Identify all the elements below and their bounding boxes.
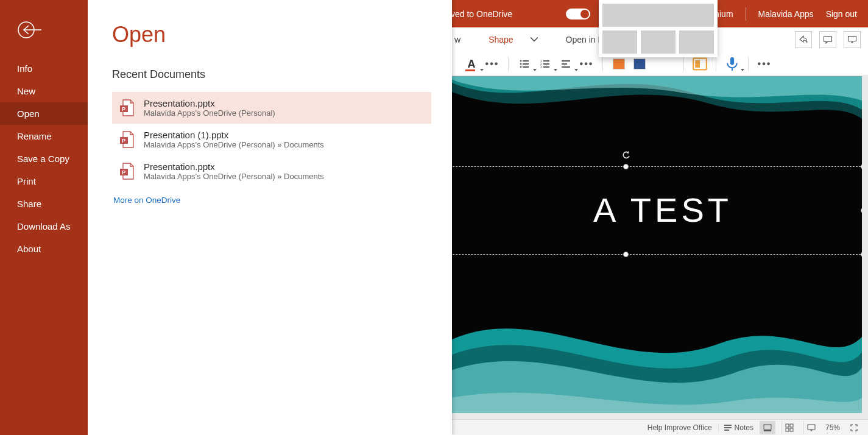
recent-documents-heading: Recent Documents — [112, 68, 452, 81]
svg-rect-23 — [764, 425, 771, 430]
resize-handle[interactable] — [623, 252, 629, 257]
share-icon — [799, 35, 808, 44]
font-color-button[interactable]: A — [463, 55, 480, 72]
more-on-onedrive-link[interactable]: More on OneDrive — [112, 196, 452, 205]
dictate-button[interactable] — [724, 55, 741, 72]
powerpoint-file-icon: P — [119, 131, 134, 148]
notes-label: Notes — [735, 423, 753, 432]
svg-rect-1 — [849, 37, 856, 41]
svg-rect-15 — [562, 63, 567, 65]
saved-to-onedrive-label: ved to OneDrive — [451, 9, 512, 19]
svg-point-2 — [520, 60, 522, 62]
separator — [746, 7, 746, 21]
numbered-list-button[interactable]: 123 — [537, 55, 554, 72]
divider — [748, 57, 749, 71]
file-menu-save-a-copy[interactable]: Save a Copy — [0, 147, 88, 170]
back-arrow-icon[interactable] — [17, 21, 44, 39]
comment-icon — [823, 35, 833, 44]
divider — [716, 57, 716, 71]
resize-handle[interactable] — [623, 164, 629, 169]
align-button[interactable] — [557, 55, 574, 72]
shape-fill-blue-button[interactable] — [631, 55, 648, 72]
simplified-ribbon-toggle[interactable] — [566, 9, 590, 19]
slide-decor-bottom — [451, 313, 862, 413]
svg-rect-27 — [786, 428, 789, 431]
zoom-level[interactable]: 75% — [825, 423, 840, 432]
svg-rect-19 — [730, 57, 734, 65]
popup-thumb-2[interactable] — [641, 30, 676, 54]
svg-rect-20 — [724, 427, 732, 428]
svg-text:3: 3 — [540, 65, 542, 69]
file-menu-open[interactable]: Open — [0, 102, 88, 125]
document-location: Malavida Apps's OneDrive (Personal) » Do… — [144, 140, 324, 149]
svg-rect-11 — [543, 63, 549, 65]
thumbnail-popup — [599, 0, 718, 57]
align-icon — [560, 58, 571, 69]
grid-icon — [785, 423, 794, 432]
slideshow-view-button[interactable] — [803, 421, 819, 434]
file-menu-items: Info New Open Rename Save a Copy Print S… — [0, 57, 88, 260]
slide[interactable]: A TEST — [451, 76, 862, 413]
ribbon-overflow-button[interactable]: ••• — [756, 55, 773, 72]
paragraph-more-button[interactable]: ••• — [578, 55, 595, 72]
tab-view-fragment[interactable]: w — [451, 31, 464, 48]
recent-documents-list: P Presentation.pptx Malavida Apps's OneD… — [112, 92, 431, 187]
ribbon-quick-actions — [795, 31, 861, 48]
present-button[interactable] — [844, 31, 861, 48]
file-menu-rename[interactable]: Rename — [0, 125, 88, 147]
tab-shape-label: Shape — [489, 35, 513, 44]
user-name-label[interactable]: Malavida Apps — [758, 9, 814, 19]
title-bar-right: mium Malavida Apps Sign out — [712, 0, 857, 27]
svg-rect-7 — [523, 66, 529, 68]
normal-view-button[interactable] — [760, 421, 775, 434]
document-filename: Presentation.pptx — [144, 161, 324, 172]
slide-sorter-button[interactable] — [782, 421, 797, 434]
document-filename: Presentation.pptx — [144, 98, 275, 108]
powerpoint-file-icon: P — [119, 99, 134, 116]
title-text-box[interactable]: A TEST — [451, 166, 862, 255]
popup-thumb-1[interactable] — [602, 30, 637, 54]
file-menu-download-as[interactable]: Download As — [0, 215, 88, 238]
popup-thumb-3[interactable] — [679, 30, 714, 54]
svg-rect-22 — [724, 430, 729, 431]
tab-shape[interactable]: Shape — [485, 31, 541, 48]
resize-handle[interactable] — [861, 164, 862, 169]
share-button[interactable] — [795, 31, 812, 48]
svg-rect-13 — [543, 66, 549, 68]
popup-thumb-large[interactable] — [602, 4, 714, 27]
file-menu-print[interactable]: Print — [0, 170, 88, 193]
sign-out-link[interactable]: Sign out — [826, 9, 857, 19]
svg-rect-29 — [808, 425, 815, 430]
svg-text:P: P — [122, 138, 125, 144]
document-location: Malavida Apps's OneDrive (Personal) » Do… — [144, 172, 324, 181]
slide-title-text[interactable]: A TEST — [451, 190, 862, 230]
designer-button[interactable] — [691, 55, 708, 72]
svg-rect-0 — [824, 37, 832, 42]
svg-rect-24 — [764, 430, 771, 431]
file-menu-share[interactable]: Share — [0, 193, 88, 215]
file-menu-sidebar: Info New Open Rename Save a Copy Print S… — [0, 0, 88, 435]
rotate-handle-icon[interactable] — [622, 151, 630, 160]
chevron-down-icon — [531, 36, 538, 43]
file-menu-new[interactable]: New — [0, 80, 88, 102]
notes-toggle[interactable]: Notes — [718, 423, 753, 432]
more-font-options-button[interactable]: ••• — [484, 55, 501, 72]
comments-button[interactable] — [819, 31, 836, 48]
normal-view-icon — [763, 423, 772, 432]
divider — [508, 57, 509, 71]
svg-rect-3 — [523, 60, 529, 62]
shape-fill-orange-button[interactable] — [610, 55, 627, 72]
svg-rect-9 — [543, 60, 549, 62]
slide-canvas-area: A TEST — [451, 76, 868, 419]
file-menu-about[interactable]: About — [0, 238, 88, 260]
file-menu-info[interactable]: Info — [0, 57, 88, 80]
svg-rect-26 — [790, 424, 793, 427]
help-improve-link[interactable]: Help Improve Office — [647, 423, 712, 432]
resize-handle[interactable] — [861, 252, 862, 257]
recent-document-item[interactable]: P Presentation (1).pptx Malavida Apps's … — [112, 124, 431, 155]
fit-to-window-button[interactable] — [846, 421, 862, 434]
bullet-list-button[interactable] — [516, 55, 533, 72]
recent-document-item[interactable]: P Presentation.pptx Malavida Apps's OneD… — [112, 155, 431, 187]
slide-decor-top — [451, 76, 862, 131]
recent-document-item[interactable]: P Presentation.pptx Malavida Apps's OneD… — [112, 92, 431, 124]
